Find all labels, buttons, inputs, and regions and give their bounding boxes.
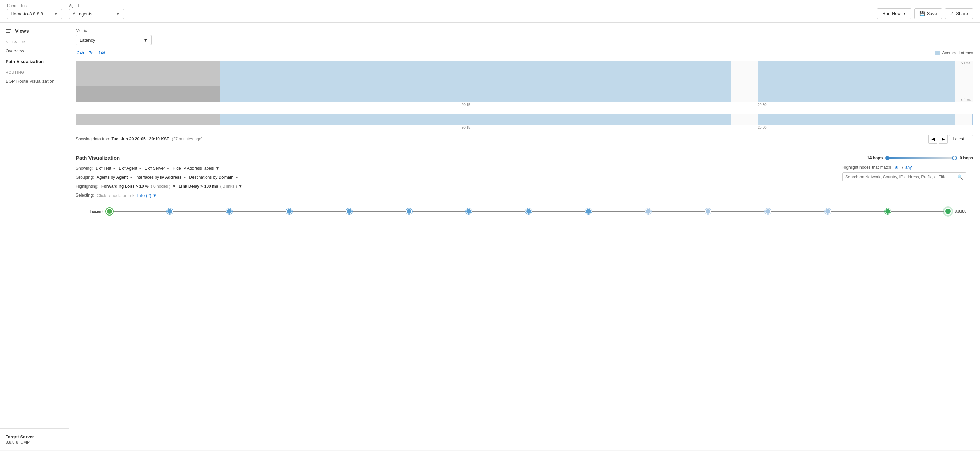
forwarding-loss-chip[interactable]: Forwarding Loss > 10 % ( 0 nodes ) ▼ xyxy=(101,184,176,189)
save-label: Save xyxy=(927,11,937,16)
hide-ip-button[interactable]: Hide IP Address labels ▼ xyxy=(172,166,220,171)
chart-main-row[interactable]: 50 ms < 1 ms xyxy=(76,61,973,102)
chart-blue-bar-right xyxy=(757,61,955,102)
hops-slider-thumb[interactable] xyxy=(952,156,957,160)
highlight-any-link[interactable]: any xyxy=(905,165,912,170)
highlight-slash: / xyxy=(902,165,904,170)
grouping-row: Grouping: Agents by Agent ▼ Interfaces b… xyxy=(76,174,242,181)
views-icon-line-1 xyxy=(5,29,11,30)
forwarding-nodes-label: ( 0 nodes ) xyxy=(151,184,170,189)
info-chip[interactable]: Info (2) ▼ xyxy=(137,193,157,198)
chart-mini-row[interactable] xyxy=(76,114,973,125)
path-node-3[interactable] xyxy=(286,208,292,214)
path-node-9[interactable] xyxy=(645,208,652,214)
path-node-1[interactable] xyxy=(167,208,173,214)
selecting-label: Selecting: xyxy=(76,192,94,199)
forwarding-loss-label: Forwarding Loss > 10 % xyxy=(101,184,149,189)
agent-path-label: TEagent xyxy=(83,209,103,213)
chart-showing-date: Tue, Jun 29 20:05 - 20:10 KST xyxy=(111,137,169,141)
path-node-11[interactable] xyxy=(765,208,771,214)
chart-mini-blue-bar-right xyxy=(757,114,955,125)
path-node-10[interactable] xyxy=(705,208,711,214)
path-node-source[interactable] xyxy=(106,208,113,215)
link-delay-chip[interactable]: Link Delay > 100 ms ( 0 links ) ▼ xyxy=(179,184,242,189)
test-chip-arrow-icon: ▼ xyxy=(113,167,116,170)
chart-prev-button[interactable]: ◀ xyxy=(928,135,937,144)
metric-value: Latency xyxy=(80,38,95,43)
share-button[interactable]: ↗ Share xyxy=(945,8,973,19)
agent-label: Agent xyxy=(69,3,124,8)
sidebar-item-overview[interactable]: Overview xyxy=(0,46,68,56)
agent-path-container: TEagent xyxy=(76,204,973,222)
test-chip[interactable]: 1 of Test ▼ xyxy=(95,166,116,171)
target-server-label: Target Server xyxy=(5,434,63,439)
time-14d-button[interactable]: 14d xyxy=(97,50,107,56)
main-layout: Views NETWORK Overview Path Visualizatio… xyxy=(0,23,980,450)
path-node-5[interactable] xyxy=(406,208,412,214)
agent-group: Agent All agents ▼ xyxy=(69,3,124,19)
path-node-2[interactable] xyxy=(226,208,232,214)
interfaces-by-ip-chip[interactable]: Interfaces by IP Address ▼ xyxy=(135,175,186,180)
current-test-select[interactable]: Home-to-8.8.8.8 ▼ xyxy=(7,9,62,19)
path-right-controls: Highlight nodes that match all / any 🔍 xyxy=(842,165,973,181)
agents-by-agent-arrow-icon: ▼ xyxy=(129,176,132,179)
agent-select[interactable]: All agents ▼ xyxy=(69,9,124,19)
highlighting-row: Highlighting: Forwarding Loss > 10 % ( 0… xyxy=(76,183,242,190)
chart-showing-text: Showing data from Tue, Jun 29 20:05 - 20… xyxy=(76,137,203,141)
agent-path-row: TEagent xyxy=(76,208,973,215)
views-icon-line-2 xyxy=(5,31,10,31)
hide-ip-arrow-icon: ▼ xyxy=(216,166,220,171)
chart-showing-suffix: (27 minutes ago) xyxy=(172,137,203,141)
chart-next-button[interactable]: ▶ xyxy=(939,135,948,144)
of-test-text: of Test xyxy=(99,166,111,171)
path-node-destination[interactable] xyxy=(944,208,952,215)
chart-mini-gray-bar xyxy=(76,114,220,125)
legend-swatch xyxy=(935,51,940,55)
destinations-by-domain-chip[interactable]: Destinations by Domain ▼ xyxy=(189,175,238,180)
path-node-6[interactable] xyxy=(466,208,472,214)
highlight-prefix: Highlight nodes that match xyxy=(842,165,891,170)
top-bar: Current Test Home-to-8.8.8.8 ▼ Agent All… xyxy=(0,0,980,23)
chart-mini-container: 7 20:15 20:30 xyxy=(76,114,973,132)
current-test-arrow: ▼ xyxy=(54,11,58,16)
sidebar-item-bgp[interactable]: BGP Route Visualization xyxy=(0,76,68,86)
time-24h-button[interactable]: 24h xyxy=(76,50,85,56)
save-button[interactable]: 💾 Save xyxy=(914,8,942,19)
time-7d-button[interactable]: 7d xyxy=(88,50,95,56)
destination-label: 8.8.8.8 xyxy=(955,209,966,213)
chart-x-label-2: 20:30 xyxy=(758,103,767,107)
path-node-12[interactable] xyxy=(825,208,831,214)
destinations-by-domain-arrow-icon: ▼ xyxy=(235,176,239,179)
chart-section: Metric Latency ▼ 24h 7d 14d Average Late… xyxy=(69,23,980,149)
path-node-13[interactable] xyxy=(885,208,891,214)
link-delay-label: Link Delay > 100 ms xyxy=(179,184,218,189)
link-links-label: ( 0 links ) xyxy=(220,184,237,189)
agent-chip[interactable]: 1 of Agent ▼ xyxy=(118,166,142,171)
chart-latest-button[interactable]: Latest→| xyxy=(949,135,973,143)
link-delay-arrow-icon: ▼ xyxy=(238,184,242,189)
highlighting-label: Highlighting: xyxy=(76,183,99,190)
hops-left-label: 14 hops xyxy=(867,156,883,160)
agents-by-agent-chip[interactable]: Agents by Agent ▼ xyxy=(97,175,133,180)
run-now-button[interactable]: Run Now ▼ xyxy=(877,8,911,19)
highlight-search-box[interactable]: 🔍 xyxy=(842,173,966,181)
path-node-4[interactable] xyxy=(346,208,352,214)
views-header: Views xyxy=(0,23,68,37)
agents-by-agent-label: Agents by Agent xyxy=(97,175,128,180)
highlight-all-link[interactable]: all xyxy=(895,165,899,170)
path-viz-title: Path Visualization xyxy=(76,155,120,161)
metric-select[interactable]: Latency ▼ xyxy=(76,35,151,45)
path-node-8[interactable] xyxy=(585,208,592,214)
server-chip[interactable]: 1 of Server ▼ xyxy=(145,166,170,171)
hops-control: 14 hops 0 hops xyxy=(867,156,973,160)
sidebar-item-path-visualization[interactable]: Path Visualization xyxy=(0,56,68,67)
highlight-search-input[interactable] xyxy=(845,175,955,179)
hops-right-label: 0 hops xyxy=(960,156,973,160)
hops-slider-track[interactable] xyxy=(887,157,956,159)
run-now-arrow-icon: ▼ xyxy=(903,12,906,16)
path-left-controls: Showing: 1 of Test ▼ 1 of Agent ▼ 1 of S… xyxy=(76,165,242,199)
path-node-7[interactable] xyxy=(525,208,532,214)
chart-nav-controls: ◀ ▶ Latest→| xyxy=(928,135,973,144)
grouping-label: Grouping: xyxy=(76,174,94,181)
interfaces-by-ip-label: Interfaces by IP Address xyxy=(135,175,181,180)
